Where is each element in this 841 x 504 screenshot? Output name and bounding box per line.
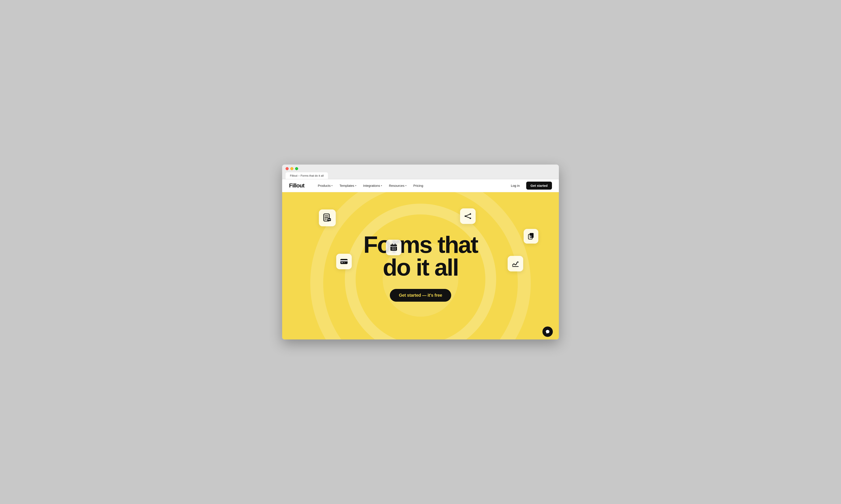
nav-resources[interactable]: Resources ▾	[386, 182, 410, 189]
logo[interactable]: Fillout	[289, 182, 304, 189]
get-started-nav-button[interactable]: Get started	[526, 182, 552, 190]
nav-integrations[interactable]: Integrations ▾	[360, 182, 385, 189]
login-button[interactable]: Log in	[507, 182, 524, 190]
chevron-down-icon: ▾	[355, 184, 356, 187]
svg-point-24	[395, 249, 396, 250]
nav-links: Products ▾ Templates ▾ Integrations ▾ Re…	[315, 182, 507, 189]
maximize-button[interactable]	[295, 167, 298, 170]
svg-rect-28	[344, 262, 345, 263]
icon-card-branch	[460, 209, 476, 224]
nav-actions: Log in Get started	[507, 182, 552, 190]
svg-line-10	[466, 217, 470, 218]
browser-window: Fillout – Forms that do it all Fillout P…	[282, 164, 559, 340]
svg-point-21	[395, 248, 396, 248]
svg-rect-25	[340, 259, 347, 264]
svg-point-19	[392, 248, 393, 248]
browser-chrome: Fillout – Forms that do it all	[282, 164, 559, 179]
svg-point-20	[393, 248, 394, 248]
chevron-down-icon: ▾	[331, 184, 332, 187]
close-button[interactable]	[286, 167, 289, 170]
chevron-down-icon: ▾	[405, 184, 407, 187]
navbar: Fillout Products ▾ Templates ▾ Integrati…	[282, 179, 559, 192]
svg-point-23	[393, 249, 394, 250]
hero-headline: Forms that do it all	[363, 233, 478, 278]
hero-section: Forms that do it all Get started — it's …	[282, 192, 559, 340]
svg-line-9	[466, 214, 470, 216]
chat-support-button[interactable]	[543, 326, 553, 337]
browser-tab[interactable]: Fillout – Forms that do it all	[286, 172, 328, 179]
icon-card-credit	[336, 254, 352, 269]
svg-point-22	[392, 249, 393, 250]
cta-button[interactable]: Get started — it's free	[390, 289, 451, 302]
chevron-down-icon: ▾	[381, 184, 382, 187]
page: Fillout Products ▾ Templates ▾ Integrati…	[282, 179, 559, 340]
traffic-lights	[286, 167, 555, 170]
nav-templates[interactable]: Templates ▾	[337, 182, 359, 189]
icon-card-form	[319, 210, 336, 226]
minimize-button[interactable]	[290, 167, 293, 170]
icon-card-signature	[508, 256, 523, 271]
nav-products[interactable]: Products ▾	[315, 182, 336, 189]
icon-card-copy	[524, 229, 538, 244]
nav-pricing[interactable]: Pricing	[410, 182, 426, 189]
svg-rect-27	[341, 262, 343, 263]
icon-card-calendar	[386, 240, 401, 255]
